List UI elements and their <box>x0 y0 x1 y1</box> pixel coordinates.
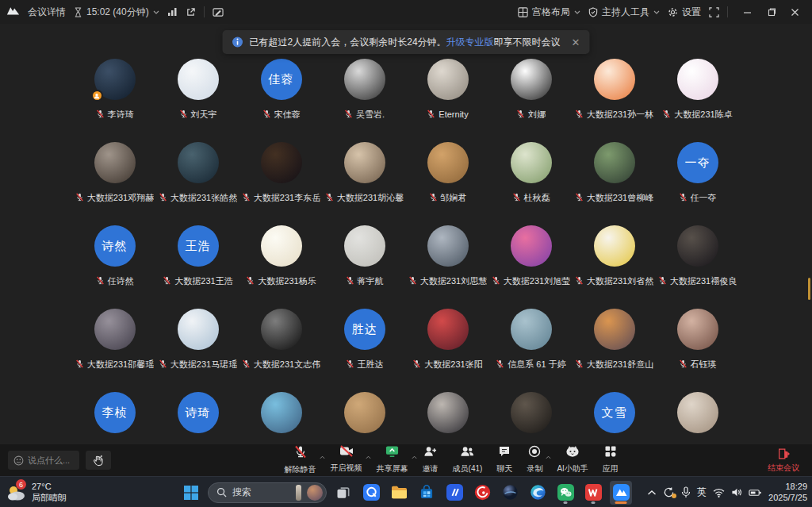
annotation-pen-icon[interactable] <box>213 7 224 17</box>
participant-tile[interactable]: 大数据231曾柳峰 <box>573 139 656 222</box>
participant-tile[interactable] <box>489 389 573 443</box>
participant-tile[interactable]: 刘娜 <box>489 56 573 139</box>
participant-tile[interactable]: 刘天宇 <box>156 56 239 139</box>
tray-microphone-icon[interactable] <box>681 486 691 498</box>
taskbar-netease-music-icon[interactable] <box>471 481 493 505</box>
toolbar-record-button[interactable]: 录制 <box>519 444 550 476</box>
participant-name: 任诗然 <box>108 275 134 287</box>
participant-tile[interactable]: 大数据231张阳 <box>406 305 489 389</box>
ime-indicator[interactable]: 英 <box>697 486 707 499</box>
participant-name: 大数据231禤俊良 <box>670 275 737 287</box>
participant-tile[interactable]: 王浩大数据231王浩 <box>156 222 239 305</box>
mic-muted-icon <box>246 274 255 288</box>
taskbar-ms-store-icon[interactable] <box>416 481 438 505</box>
pop-out-icon[interactable] <box>186 7 196 17</box>
participant-tile[interactable]: 大数据231陈卓 <box>656 56 739 139</box>
mic-muted-icon <box>575 274 584 288</box>
end-meeting-button[interactable]: 结束会议 <box>768 447 804 474</box>
banner-close-icon[interactable]: ✕ <box>572 37 580 48</box>
raise-hand-button[interactable] <box>86 451 111 470</box>
taskbar-clock[interactable]: 18:292025/7/25 <box>768 482 807 504</box>
toolbar-share-screen-button[interactable]: 共享屏幕 <box>370 444 416 476</box>
taskbar-capcut-icon[interactable] <box>443 481 465 505</box>
participant-tile[interactable]: 大数据231邓翔赫 <box>73 139 156 222</box>
taskbar-edge-icon[interactable] <box>527 481 549 505</box>
participant-tile[interactable]: 诗琦 <box>156 389 239 443</box>
participant-tile[interactable]: 大数据231马珺瑶 <box>156 305 239 389</box>
layout-selector[interactable]: 宫格布局 <box>518 6 580 19</box>
participant-tile[interactable]: 大数据231杨乐 <box>239 222 323 305</box>
participant-tile[interactable]: 大数据231李东岳 <box>239 139 323 222</box>
participant-name-row: 信息系 61 于婷 <box>496 357 565 371</box>
volume-icon[interactable] <box>731 487 742 497</box>
participant-tile[interactable]: 大数据231刘旭莹 <box>489 222 573 305</box>
close-button[interactable] <box>783 2 806 21</box>
taskbar-quark-browser-icon[interactable] <box>360 481 382 505</box>
scrollbar-thumb[interactable] <box>808 278 810 300</box>
upgrade-pro-link[interactable]: 升级专业版 <box>446 36 494 48</box>
minimize-button[interactable] <box>736 2 758 21</box>
participant-tile[interactable]: 大数据231刘思慧 <box>406 222 489 305</box>
wifi-icon[interactable] <box>713 488 725 497</box>
participant-tile[interactable]: 大数据231邵馨瑶 <box>73 305 156 389</box>
quick-chat-input[interactable]: 说点什么... <box>8 451 79 470</box>
participant-tile[interactable]: 石钰瑛 <box>656 305 739 389</box>
taskbar-search[interactable]: 搜索 <box>208 482 327 503</box>
battery-pen-icon[interactable] <box>749 488 762 497</box>
mic-muted-icon <box>429 190 438 205</box>
participant-tile[interactable]: 文雪 <box>573 389 656 443</box>
participant-tile[interactable]: 一夺任一夺 <box>656 139 739 222</box>
participant-tile[interactable]: 吴雪岩. <box>323 56 406 139</box>
toolbar-members-button[interactable]: 成员(41) <box>446 444 490 476</box>
taskbar-task-view-icon[interactable] <box>332 481 354 505</box>
participant-tile[interactable]: 李桢 <box>73 389 156 443</box>
participant-tile[interactable]: 诗然任诗然 <box>73 222 156 305</box>
taskbar-browser-sphere-icon[interactable] <box>499 481 521 505</box>
participant-tile[interactable]: 胜达王胜达 <box>323 305 406 389</box>
toolbar-ai-assistant-button[interactable]: AI小助手 <box>550 444 595 476</box>
participant-name: 王胜达 <box>358 359 384 371</box>
toolbar-mic-off-button[interactable]: 解除静音 <box>278 444 324 477</box>
participant-name: 大数据231孙一林 <box>587 109 653 121</box>
toolbar-apps-button[interactable]: 应用 <box>596 444 626 476</box>
taskbar-wechat-icon[interactable] <box>554 481 576 505</box>
participant-tile[interactable]: Eternity <box>406 56 489 139</box>
participant-tile[interactable]: 大数据231文志伟 <box>239 305 323 389</box>
fullscreen-icon[interactable] <box>709 7 719 17</box>
participant-tile[interactable]: 大数据231张皓然 <box>156 139 239 222</box>
toolbar-cam-off-button[interactable]: 开启视频 <box>324 444 370 475</box>
toolbar-invite-button[interactable]: 邀请 <box>416 444 446 476</box>
participant-tile[interactable]: 佳蓉宋佳蓉 <box>239 56 323 139</box>
maximize-button[interactable] <box>760 2 782 21</box>
tray-chevron-up-icon[interactable] <box>647 490 657 496</box>
host-tools-button[interactable]: 主持人工具 <box>588 6 660 19</box>
search-highlight-avatar[interactable] <box>307 485 323 501</box>
participant-tile[interactable]: 大数据231刘省然 <box>573 222 656 305</box>
toolbar-chat-button[interactable]: 聊天 <box>489 444 519 476</box>
weather-temp: 27°C <box>32 482 52 491</box>
participant-tile[interactable]: 大数据231孙一林 <box>573 56 656 139</box>
tray-sync-icon[interactable] <box>663 486 675 498</box>
participant-avatar <box>594 309 635 350</box>
network-signal-icon[interactable] <box>167 7 178 17</box>
taskbar-tencent-meeting-icon[interactable] <box>610 481 632 505</box>
settings-button[interactable]: 设置 <box>668 6 701 19</box>
participant-tile[interactable] <box>406 389 489 443</box>
meeting-timer[interactable]: 15:02 (40分钟) <box>74 6 159 19</box>
participant-tile[interactable] <box>323 389 406 443</box>
participant-tile[interactable]: 蒋宇航 <box>323 222 406 305</box>
participant-tile[interactable] <box>239 389 323 443</box>
taskbar-wps-icon[interactable] <box>582 481 604 505</box>
taskbar-file-explorer-icon[interactable] <box>388 481 410 505</box>
participant-tile[interactable]: 大数据231胡沁馨 <box>323 139 406 222</box>
participant-tile[interactable] <box>656 389 739 443</box>
participant-tile[interactable]: 大数据231禤俊良 <box>656 222 739 305</box>
start-button[interactable] <box>180 481 202 505</box>
participant-tile[interactable]: 李诗琦 <box>73 56 156 139</box>
participant-tile[interactable]: 大数据231舒意山 <box>573 305 656 389</box>
participant-tile[interactable]: 邹娴君 <box>406 139 489 222</box>
taskbar-weather-widget[interactable]: 6 27°C局部晴朗 <box>6 477 67 507</box>
meeting-details-button[interactable]: 会议详情 <box>28 6 66 19</box>
participant-tile[interactable]: 杜秋磊 <box>489 139 573 222</box>
participant-tile[interactable]: 信息系 61 于婷 <box>489 305 573 389</box>
